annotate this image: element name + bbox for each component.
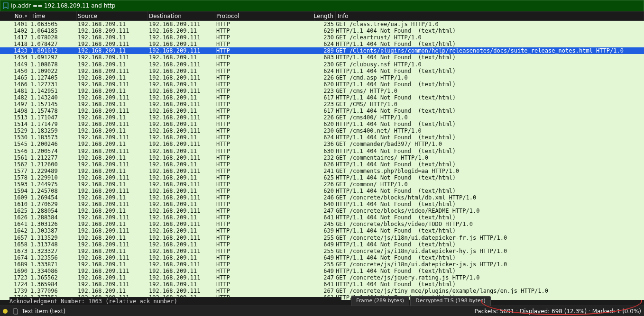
packet-row[interactable]: 16891.333871192.168.209.11192.168.209.11… [0,261,644,268]
packet-row[interactable]: 15941.245708192.168.209.111192.168.209.1… [0,188,644,194]
packet-row[interactable]: 16251.288054192.168.209.11192.168.209.11… [0,208,644,214]
packet-row[interactable]: 15291.183259192.168.209.11192.168.209.11… [0,127,644,134]
packet-row[interactable]: 16421.303387192.168.209.111192.168.209.1… [0,227,644,234]
packet-row[interactable]: 17391.377096192.168.209.11192.168.209.11… [0,288,644,294]
packet-row[interactable]: 15781.229910192.168.209.111192.168.209.1… [0,174,644,181]
packet-row[interactable]: 16101.270629192.168.209.111192.168.209.1… [0,201,644,208]
packet-row[interactable]: 14971.157145192.168.209.11192.168.209.11… [0,101,644,108]
packet-row[interactable]: 16411.303126192.168.209.11192.168.209.11… [0,221,644,227]
packet-row[interactable]: 15611.212277192.168.209.11192.168.209.11… [0,154,644,161]
column-header-time[interactable]: Time [29,11,77,20]
packet-row[interactable]: 14501.109022192.168.209.111192.168.209.1… [0,68,644,74]
packet-row[interactable]: 17231.365562192.168.209.11192.168.209.11… [0,274,644,281]
packet-row[interactable]: 14331.091012192.168.209.11192.168.209.11… [0,47,644,54]
packet-row[interactable]: 16581.313748192.168.209.111192.168.209.1… [0,241,644,248]
packet-row[interactable]: 15131.171047192.168.209.11192.168.209.11… [0,114,644,121]
packet-row[interactable]: 15461.200574192.168.209.111192.168.209.1… [0,147,644,154]
packet-row[interactable]: 14181.078427192.168.209.111192.168.209.1… [0,41,644,47]
packet-row[interactable]: 14651.127405192.168.209.11192.168.209.11… [0,74,644,81]
packet-list-header[interactable]: No.▾ Time Source Destination Protocol Le… [0,11,644,21]
packet-row[interactable]: 14341.091297192.168.209.111192.168.209.1… [0,54,644,61]
status-packet-counts: Packets: 5691 · Displayed: 698 (12.3%) ·… [475,308,641,315]
bookmark-icon [2,2,9,9]
packet-row[interactable]: 15301.183573192.168.209.111192.168.209.1… [0,134,644,141]
display-filter-input[interactable] [11,2,642,9]
column-header-source[interactable]: Source [77,11,148,20]
packet-row[interactable]: 16731.323327192.168.209.11192.168.209.11… [0,248,644,254]
packet-row[interactable]: 15451.200246192.168.209.11192.168.209.11… [0,141,644,147]
packet-row[interactable]: 15771.229489192.168.209.11192.168.209.11… [0,168,644,174]
packet-row[interactable]: 16571.313529192.168.209.11192.168.209.11… [0,235,644,241]
column-header-protocol[interactable]: Protocol [215,11,315,20]
packet-row[interactable]: 14021.064185192.168.209.111192.168.209.1… [0,27,644,34]
column-header-info[interactable]: Info [336,11,644,20]
packet-row[interactable]: 16261.288384192.168.209.111192.168.209.1… [0,214,644,221]
packet-row[interactable]: 16091.269454192.168.209.11192.168.209.11… [0,194,644,201]
packet-row[interactable]: 14011.063505192.168.209.11192.168.209.11… [0,21,644,27]
packet-row[interactable]: 14981.157478192.168.209.111192.168.209.1… [0,108,644,114]
tab-decrypted-tls[interactable]: Decrypted TLS (198 bytes) [410,296,491,306]
packet-row[interactable]: 16901.334086192.168.209.111192.168.209.1… [0,268,644,274]
tab-frame[interactable]: Frame (289 bytes) [351,296,409,306]
sort-arrow-icon: ▾ [25,14,27,18]
packet-row[interactable]: 14661.127731192.168.209.111192.168.209.1… [0,81,644,88]
packet-detail-line: Acknowledgment Number: 1063 (relative ac… [9,297,341,306]
expert-info-icon[interactable] [3,309,8,314]
packet-list[interactable]: 14011.063505192.168.209.11192.168.209.11… [0,21,644,300]
packet-row[interactable]: 14171.078028192.168.209.11192.168.209.11… [0,34,644,41]
packet-row[interactable]: 17241.365984192.168.209.111192.168.209.1… [0,281,644,288]
packet-row[interactable]: 16741.323556192.168.209.111192.168.209.1… [0,254,644,261]
column-header-no[interactable]: No.▾ [0,11,29,20]
document-icon [12,308,19,315]
packet-row[interactable]: 14811.142951192.168.209.11192.168.209.11… [0,88,644,94]
column-header-length[interactable]: Length [315,11,336,20]
byte-view-tabs: Frame (289 bytes) Decrypted TLS (198 byt… [351,296,491,306]
packet-row[interactable]: 15931.244975192.168.209.11192.168.209.11… [0,181,644,188]
packet-row[interactable]: 14821.143240192.168.209.111192.168.209.1… [0,94,644,101]
column-header-destination[interactable]: Destination [148,11,215,20]
display-filter-bar[interactable] [0,0,644,11]
status-left-text: Text item (text) [22,308,65,315]
packet-row[interactable]: 14491.108678192.168.209.11192.168.209.11… [0,61,644,67]
status-bar: Text item (text) Packets: 5691 · Display… [0,306,644,316]
packet-row[interactable]: 15621.212600192.168.209.111192.168.209.1… [0,161,644,168]
packet-row[interactable]: 15141.171479192.168.209.111192.168.209.1… [0,121,644,127]
